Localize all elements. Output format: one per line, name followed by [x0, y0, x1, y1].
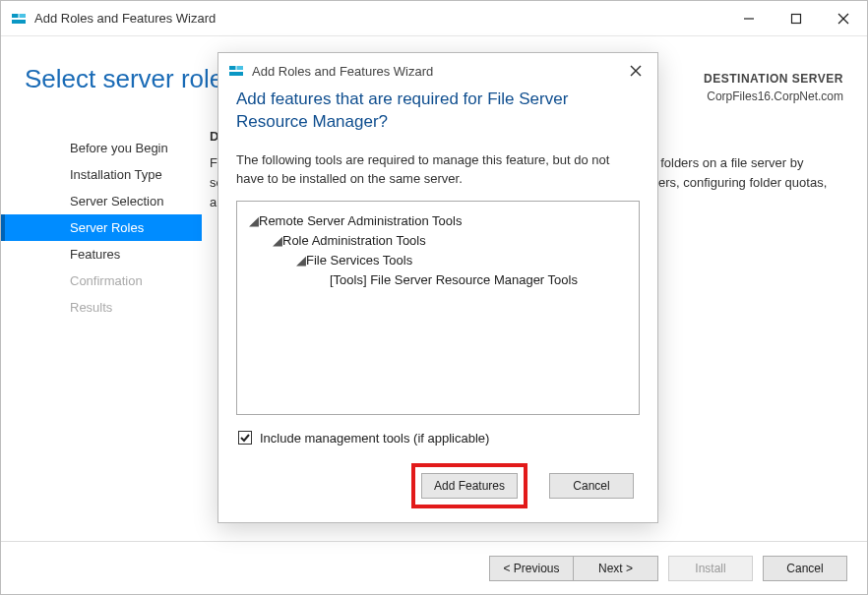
tree-expand-icon: ◢ [296, 251, 306, 270]
window-controls [725, 1, 867, 36]
tree-item[interactable]: ◢ File Services Tools [249, 251, 627, 270]
install-button[interactable]: Install [668, 556, 753, 581]
close-icon [630, 65, 642, 77]
svg-rect-7 [229, 66, 236, 70]
window-title: Add Roles and Features Wizard [34, 11, 725, 26]
svg-rect-2 [12, 20, 26, 24]
nav-step-results: Results [1, 294, 202, 321]
server-manager-icon [11, 12, 27, 26]
nav-step-installation-type[interactable]: Installation Type [1, 161, 202, 188]
nav-button-group: < Previous Next > [489, 556, 658, 581]
include-tools-row[interactable]: Include management tools (if applicable) [238, 431, 640, 446]
previous-button[interactable]: < Previous [489, 556, 574, 581]
close-icon [837, 13, 849, 25]
nav-step-features[interactable]: Features [1, 241, 202, 268]
nav-step-server-selection[interactable]: Server Selection [1, 188, 202, 214]
tree-expand-icon: ◢ [273, 231, 282, 251]
tree-item-label: File Services Tools [306, 253, 412, 268]
add-features-highlight: Add Features [411, 463, 527, 508]
tree-item-label: Remote Server Administration Tools [259, 213, 462, 228]
required-features-tree: ◢ Remote Server Administration Tools◢ Ro… [236, 201, 640, 415]
wizard-footer: < Previous Next > Install Cancel [1, 541, 867, 594]
nav-step-before-you-begin[interactable]: Before you Begin [1, 135, 202, 161]
minimize-icon [743, 13, 755, 25]
svg-rect-8 [237, 66, 244, 70]
svg-rect-1 [20, 14, 27, 18]
destination-label: DESTINATION SERVER [704, 70, 843, 88]
include-tools-checkbox[interactable] [238, 431, 252, 445]
tree-expand-icon: ◢ [249, 211, 259, 231]
tree-item-label: Role Administration Tools [282, 233, 426, 248]
nav-step-confirmation: Confirmation [1, 268, 202, 294]
dialog-close-button[interactable] [614, 53, 657, 89]
maximize-button[interactable] [773, 1, 820, 36]
dialog-titlebar: Add Roles and Features Wizard [218, 53, 657, 89]
svg-rect-9 [229, 72, 243, 76]
tree-item[interactable]: ◢ Remote Server Administration Tools [249, 211, 627, 231]
dialog-text: The following tools are required to mana… [236, 151, 640, 189]
minimize-button[interactable] [725, 1, 773, 36]
close-button[interactable] [820, 1, 867, 36]
add-features-dialog: Add Roles and Features Wizard Add featur… [217, 52, 658, 523]
dialog-cancel-button[interactable]: Cancel [549, 473, 634, 499]
server-manager-icon [228, 64, 244, 78]
svg-rect-0 [12, 14, 19, 18]
window-titlebar: Add Roles and Features Wizard [1, 1, 867, 36]
maximize-icon [790, 13, 802, 25]
check-icon [240, 433, 250, 443]
dialog-title: Add Roles and Features Wizard [252, 64, 614, 79]
dialog-body: Add features that are required for File … [218, 89, 657, 508]
nav-step-server-roles[interactable]: Server Roles [1, 214, 202, 241]
dialog-headline: Add features that are required for File … [236, 89, 640, 134]
destination-block: DESTINATION SERVER CorpFiles16.CorpNet.c… [704, 64, 843, 105]
dialog-actions: Add Features Cancel [236, 463, 640, 508]
next-button[interactable]: Next > [574, 556, 658, 581]
svg-rect-4 [792, 14, 801, 23]
tree-item-label: [Tools] File Server Resource Manager Too… [330, 272, 578, 287]
tree-item[interactable]: ◢ Role Administration Tools [249, 231, 627, 251]
wizard-window: Add Roles and Features Wizard Select ser… [0, 0, 868, 595]
destination-name: CorpFiles16.CorpNet.com [704, 88, 843, 105]
cancel-button[interactable]: Cancel [763, 556, 847, 581]
add-features-button[interactable]: Add Features [421, 473, 518, 499]
tree-item[interactable]: [Tools] File Server Resource Manager Too… [249, 270, 627, 290]
include-tools-label: Include management tools (if applicable) [260, 431, 489, 446]
wizard-nav: Before you BeginInstallation TypeServer … [1, 113, 202, 541]
